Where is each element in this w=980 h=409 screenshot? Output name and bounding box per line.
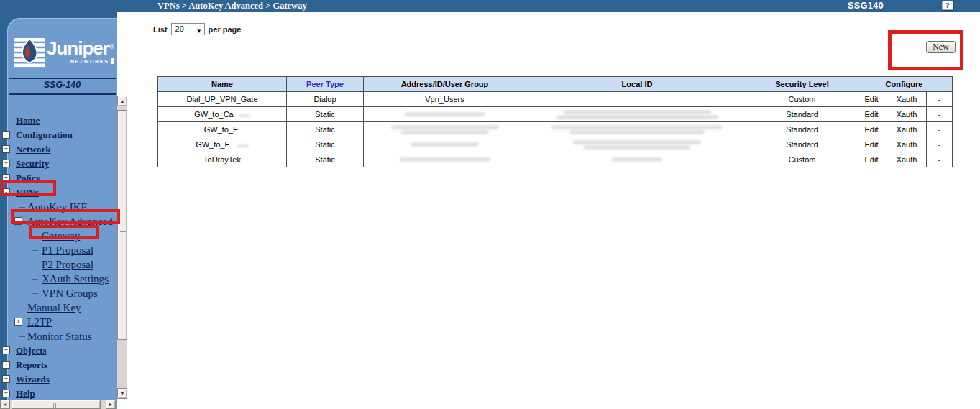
breadcrumb: VPNs > AutoKey Advanced > Gateway xyxy=(157,1,307,12)
sidebar-item-vpn-groups[interactable]: VPN Groups xyxy=(0,286,117,300)
sidebar-item-l2tp[interactable]: +L2TP xyxy=(0,315,117,329)
scroll-up-icon[interactable]: ▲ xyxy=(117,96,127,106)
sidebar-item-label[interactable]: Home xyxy=(16,115,40,126)
sidebar-item-objects[interactable]: +Objects xyxy=(0,344,117,358)
edit-link[interactable]: Edit xyxy=(865,140,879,149)
horizontal-scroll-thumb[interactable] xyxy=(12,400,101,409)
page-size-select[interactable]: 20 ▼ xyxy=(171,23,205,35)
sidebar-item-label[interactable]: VPN Groups xyxy=(42,288,98,299)
sidebar-item-network[interactable]: +Network xyxy=(0,142,117,157)
juniper-admin-screen: VPNs > AutoKey Advanced > Gateway SSG140… xyxy=(0,0,980,409)
no-action-label: - xyxy=(938,155,941,164)
sidebar-item-label[interactable]: VPNs xyxy=(16,187,39,198)
sidebar-vertical-scrollbar[interactable]: ▲ ▼ xyxy=(117,96,127,399)
table-row: GW_to_E.StaticStandardEditXauth- xyxy=(158,137,953,152)
sidebar-item-label[interactable]: Reports xyxy=(16,359,47,370)
sidebar-item-wizards[interactable]: +Wizards xyxy=(0,372,117,387)
cell-peer-type: Dialup xyxy=(287,92,364,107)
sidebar-item-label[interactable]: Security xyxy=(16,158,49,169)
cell-peer-type: Static xyxy=(287,137,364,152)
sidebar-item-autokey-ike[interactable]: AutoKey IKE xyxy=(0,200,117,214)
peer-type-value: Dialup xyxy=(313,95,336,104)
address-value: Vpn_Users xyxy=(425,95,464,104)
xauth-link[interactable]: Xauth xyxy=(897,140,917,149)
sidebar-item-label[interactable]: Gateway xyxy=(42,230,80,242)
edit-link[interactable]: Edit xyxy=(865,155,879,164)
sidebar-item-vpns[interactable]: -VPNs xyxy=(0,185,117,200)
sidebar-horizontal-scrollbar[interactable]: ◄ ► xyxy=(0,400,116,409)
top-bar: VPNs > AutoKey Advanced > Gateway SSG140… xyxy=(0,0,980,12)
sidebar-item-label[interactable]: Help xyxy=(16,388,35,399)
cell-local-id xyxy=(526,122,748,137)
cell-peer-type: Static xyxy=(287,152,364,167)
sidebar-item-label[interactable]: Wizards xyxy=(16,374,50,385)
sidebar-item-label[interactable]: L2TP xyxy=(27,316,52,328)
redacted-smudge xyxy=(239,114,250,117)
redacted-smudge xyxy=(612,157,662,162)
sidebar-item-label[interactable]: Configuration xyxy=(16,129,73,140)
sidebar-item-label[interactable]: Policy xyxy=(16,173,40,183)
cell-configure-edit: Edit xyxy=(856,107,887,122)
edit-link[interactable]: Edit xyxy=(865,95,879,104)
sidebar-item-xauth-settings[interactable]: XAuth Settings xyxy=(0,272,117,286)
sidebar-item-p2-proposal[interactable]: P2 Proposal xyxy=(0,257,117,272)
cell-name: GW_to_E. xyxy=(158,122,287,137)
help-icon[interactable]: ? xyxy=(942,1,953,10)
expand-plus-icon[interactable]: + xyxy=(2,174,10,182)
sidebar-item-label[interactable]: Manual Key xyxy=(27,302,81,313)
vertical-scroll-thumb[interactable] xyxy=(117,110,127,340)
expand-plus-icon[interactable]: + xyxy=(14,318,22,326)
expand-plus-icon[interactable]: + xyxy=(2,160,10,167)
sidebar-item-label[interactable]: AutoKey Advanced xyxy=(27,216,113,227)
main-content: List 20 ▼ per page New Name Peer Type Ad… xyxy=(128,12,980,409)
scroll-left-icon[interactable]: ◄ xyxy=(0,400,10,409)
cell-name: Dial_UP_VPN_Gate xyxy=(158,92,287,107)
scroll-right-icon[interactable]: ► xyxy=(106,400,116,409)
sidebar-item-label[interactable]: AutoKey IKE xyxy=(27,201,88,213)
xauth-link[interactable]: Xauth xyxy=(897,155,917,164)
collapse-minus-icon[interactable]: - xyxy=(2,188,10,196)
sidebar-item-label[interactable]: Objects xyxy=(16,345,47,356)
sidebar-item-gateway[interactable]: Gateway xyxy=(0,229,117,243)
new-button[interactable]: New xyxy=(926,41,956,53)
sidebar-item-reports[interactable]: +Reports xyxy=(0,358,117,372)
expand-plus-icon[interactable]: + xyxy=(2,390,10,397)
sidebar-item-label[interactable]: P1 Proposal xyxy=(42,244,93,256)
brand-word: Juniper xyxy=(47,37,109,59)
sidebar-item-label[interactable]: XAuth Settings xyxy=(42,273,109,285)
peer-type-sort-link[interactable]: Peer Type xyxy=(306,80,344,88)
sidebar-item-help[interactable]: +Help xyxy=(0,387,117,401)
sidebar-item-configuration[interactable]: +Configuration xyxy=(0,128,117,142)
expand-plus-icon[interactable]: + xyxy=(2,361,10,369)
sidebar-item-p1-proposal[interactable]: P1 Proposal xyxy=(0,243,117,257)
sidebar-item-label[interactable]: Monitor Status xyxy=(27,331,92,342)
edit-link[interactable]: Edit xyxy=(865,110,879,119)
sidebar-item-home[interactable]: Home xyxy=(0,114,117,128)
cell-configure-xauth: Xauth xyxy=(887,122,927,137)
sidebar-item-security[interactable]: +Security xyxy=(0,157,117,171)
cell-local-id xyxy=(526,137,748,152)
cell-peer-type: Static xyxy=(287,107,364,122)
scroll-down-icon[interactable]: ▼ xyxy=(117,388,127,399)
xauth-link[interactable]: Xauth xyxy=(897,95,917,104)
xauth-link[interactable]: Xauth xyxy=(897,110,917,119)
expand-plus-icon[interactable]: + xyxy=(2,145,10,153)
column-header-name: Name xyxy=(158,77,287,92)
sidebar-item-monitor-status[interactable]: Monitor Status xyxy=(0,329,117,344)
collapse-minus-icon[interactable]: - xyxy=(14,217,22,225)
expand-plus-icon[interactable]: + xyxy=(2,375,10,383)
no-action-label: - xyxy=(938,125,941,134)
sidebar-item-label[interactable]: P2 Proposal xyxy=(42,259,93,270)
sidebar-item-manual-key[interactable]: Manual Key xyxy=(0,300,117,315)
xauth-link[interactable]: Xauth xyxy=(897,125,917,134)
sidebar-item-autokey-advanced[interactable]: -AutoKey Advanced xyxy=(0,214,117,229)
expand-plus-icon[interactable]: + xyxy=(2,131,10,139)
security-level-value: Custom xyxy=(789,95,816,104)
sidebar-item-policy[interactable]: +Policy xyxy=(0,171,117,185)
expand-plus-icon[interactable]: + xyxy=(2,346,10,354)
sidebar-item-label[interactable]: Network xyxy=(16,144,50,155)
device-name-label: SSG140 xyxy=(848,1,884,11)
cell-configure-xauth: Xauth xyxy=(887,92,927,107)
edit-link[interactable]: Edit xyxy=(865,125,879,134)
divider xyxy=(9,93,116,95)
